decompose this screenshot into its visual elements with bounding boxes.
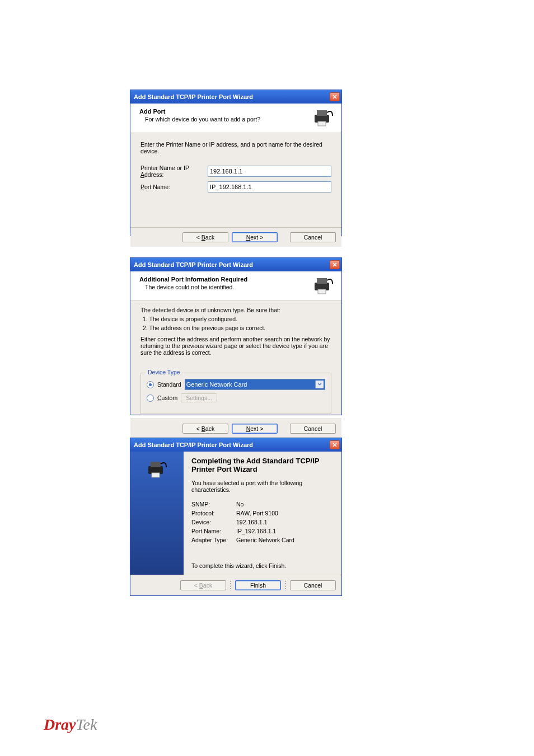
port-name-input[interactable] [208,181,331,192]
wizard-body: Enter the Printer Name or IP address, an… [130,133,341,227]
titlebar[interactable]: Add Standard TCP/IP Printer Port Wizard [130,438,341,452]
svg-rect-5 [318,289,326,294]
kv-snmp-value: No [236,501,243,508]
back-button[interactable]: < Back [182,232,228,242]
wizard-button-row: < Back Finish Cancel [130,575,341,595]
cancel-button[interactable]: Cancel [290,424,336,434]
draytek-logo: DrayTek [44,716,97,734]
close-icon[interactable] [330,92,340,101]
printer-icon [312,276,335,296]
kv-device-key: Device: [191,519,236,525]
chevron-down-icon [315,381,324,388]
detect-line4: Either correct the address and perform a… [140,336,331,356]
close-icon[interactable] [330,440,340,449]
titlebar-text: Add Standard TCP/IP Printer Port Wizard [134,261,253,268]
svg-rect-4 [317,278,327,284]
dropdown-value: Generic Network Card [186,381,247,388]
kv-adapter-value: Generic Network Card [236,537,294,543]
logo-tek: Tek [76,716,97,733]
wizard-body: The detected device is of unknown type. … [130,301,341,419]
instruction-text: Enter the Printer Name or IP address, an… [140,141,331,154]
kv-protocol-key: Protocol: [191,510,236,516]
wizard-header: Add Port For which device do you want to… [130,104,341,133]
titlebar-text: Add Standard TCP/IP Printer Port Wizard [134,93,253,100]
printer-icon [312,108,335,128]
radio-custom-label: Custom [157,395,177,401]
detect-line3: 2. The address on the previous page is c… [143,325,331,331]
radio-standard[interactable] [147,381,154,388]
wizard-dialog-add-port: Add Standard TCP/IP Printer Port Wizard … [130,90,342,236]
port-name-label: Port Name: [140,184,208,190]
titlebar[interactable]: Add Standard TCP/IP Printer Port Wizard [130,90,341,104]
wizard-header: Additional Port Information Required The… [130,271,341,301]
cancel-button[interactable]: Cancel [290,580,336,590]
header-subtitle: For which device do you want to add a po… [145,116,260,123]
kv-portname-value: IP_192.168.1.1 [236,528,276,534]
printer-address-label: Printer Name or IP Address: [140,165,208,178]
kv-device-value: 192.168.1.1 [236,519,267,525]
settings-button: Settings... [181,393,217,402]
printer-icon [146,459,168,480]
detect-line1: The detected device is of unknown type. … [140,307,331,313]
wizard-button-row: < Back Next > Cancel [130,419,341,438]
header-title: Additional Port Information Required [139,276,247,283]
next-button[interactable]: Next > [232,232,278,242]
completing-instruction: To complete this wizard, click Finish. [191,562,334,569]
titlebar-text: Add Standard TCP/IP Printer Port Wizard [134,442,253,448]
header-title: Add Port [139,108,260,115]
button-separator [285,580,286,591]
completing-title: Completing the Add Standard TCP/IP Print… [191,457,334,474]
cancel-button[interactable]: Cancel [290,232,336,242]
device-type-group: Device Type Standard Generic Network Car… [140,373,331,414]
svg-rect-2 [318,121,326,126]
radio-custom[interactable] [147,395,154,402]
button-separator [230,580,231,591]
wizard-dialog-additional-info: Add Standard TCP/IP Printer Port Wizard … [130,257,342,415]
device-type-dropdown[interactable]: Generic Network Card [185,379,325,390]
wizard-button-row: < Back Next > Cancel [130,227,341,247]
kv-protocol-value: RAW, Port 9100 [236,510,278,516]
wizard-body: Completing the Add Standard TCP/IP Print… [130,452,341,575]
back-button[interactable]: < Back [182,424,228,434]
svg-rect-7 [151,462,161,467]
header-subtitle: The device could not be identified. [145,284,247,290]
svg-rect-8 [152,473,160,477]
kv-portname-key: Port Name: [191,528,236,534]
kv-snmp-key: SNMP: [191,501,236,508]
next-button[interactable]: Next > [232,424,278,434]
wizard-dialog-completing: Add Standard TCP/IP Printer Port Wizard … [130,438,342,596]
back-button: < Back [180,580,226,590]
printer-address-input[interactable] [208,166,331,177]
finish-button[interactable]: Finish [235,580,281,590]
kv-adapter-key: Adapter Type: [191,537,236,543]
wizard-side-banner [130,452,184,575]
completing-subtitle: You have selected a port with the follow… [191,480,334,493]
radio-standard-label: Standard [157,381,181,388]
close-icon[interactable] [330,260,340,269]
logo-dray: Dray [44,716,76,733]
device-type-legend: Device Type [146,369,182,375]
titlebar[interactable]: Add Standard TCP/IP Printer Port Wizard [130,258,341,271]
svg-rect-1 [317,110,327,116]
detect-line2: 1. The device is properly configured. [143,316,331,322]
